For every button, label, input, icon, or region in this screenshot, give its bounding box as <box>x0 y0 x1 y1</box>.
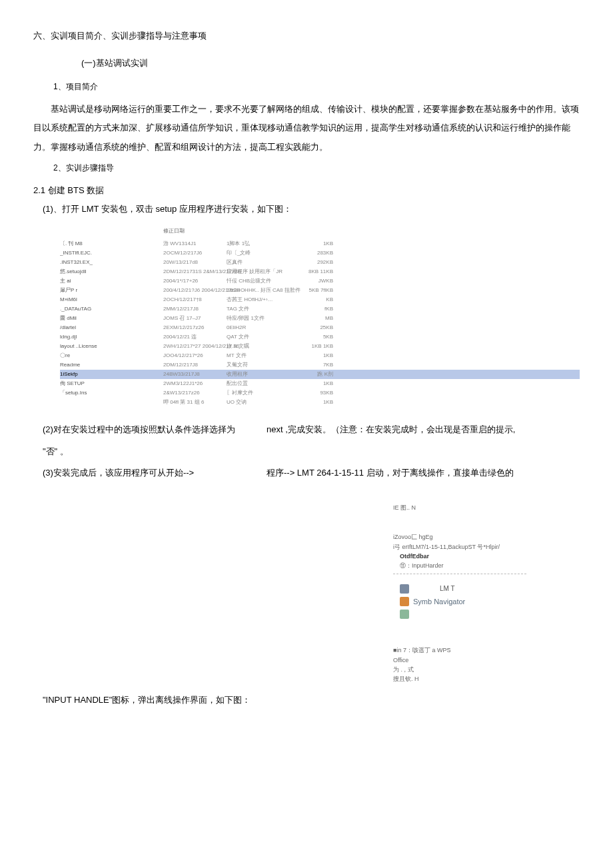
start-menu-bottom: ■in 7：咳遥丁 a WPS <box>393 646 580 655</box>
file-name: /dlartel <box>60 324 163 332</box>
menu-item-lmt: LM T <box>400 584 580 594</box>
file-type: 杏茜王 HOflHJ/+›… <box>227 296 300 304</box>
file-row: 圖 dMilJOMS 召 17–J7特应/卵园 1文件MB <box>60 314 580 323</box>
menu-item-blank <box>400 610 580 619</box>
intro-paragraph: 基站调试是移动网络运行的重要工作之一，要求不光要了解网络的组成、传输设计、模块的… <box>33 100 580 157</box>
menu-item-label: Symb Navigator <box>413 596 465 608</box>
start-menu-input-handler: ⑪：InputHarder <box>400 561 580 570</box>
file-size: 5KB <box>300 333 333 341</box>
step-2-left: (2)对在安装过程中的选项按照默认条件选择选择为 <box>43 420 267 440</box>
file-row: layout ..License2WH/12/217*27 2004/12/21… <box>60 342 580 351</box>
file-name <box>60 398 163 406</box>
file-size: 25KB <box>300 324 333 332</box>
file-row: /dlartel2EXM/12/217z260EliH2R25KB <box>60 323 580 332</box>
file-name: 〇re <box>60 352 163 360</box>
file-row: 1iSekfp24BW33/217J8收用租序跑 K剂 <box>60 370 580 379</box>
file-type: MT 文件 <box>227 352 300 360</box>
file-name: _INSTlfl.EJC. <box>60 249 163 257</box>
file-name: 悠.setuojdll <box>60 268 163 276</box>
file-type: 应用程序 妓用租序「JR <box>227 268 300 276</box>
file-size: 292KB <box>300 258 333 266</box>
start-menu-top: IE 图.. N <box>393 503 580 512</box>
file-name: Readme <box>60 361 163 369</box>
file-row: 悠.setuojdll2DM/12/21731S 2&M/13/217z28应用… <box>60 267 580 276</box>
divider <box>393 574 526 574</box>
file-row: 主 ai2004/1*/17+26忏佞 CHB总猿文件JWKB <box>60 276 580 286</box>
file-date: JOO4/12/217*26 <box>163 352 227 360</box>
file-type: TAG 文件 <box>227 305 300 313</box>
step-3-right: 程序--> LMT 264-1-15-11 启动，对于离线操作，直接单击绿色的 <box>267 464 580 483</box>
file-listing-header: 修正日期 <box>163 227 580 235</box>
file-type: 〖衬摩文件 <box>227 389 300 397</box>
file-row: ._DATAuTAG2MM/12/217J8TAG 文件fKB <box>60 304 580 314</box>
file-row: .INST32I.EX_20W/13/217d8区真件292KB <box>60 258 580 267</box>
file-type: 1脚本 1弘 <box>227 240 300 248</box>
step-1: (1)、打开 LMT 安装包，双击 setup 应用程序进行安装，如下图： <box>43 200 580 219</box>
start-menu-line: i弓 erIftLM7/1-15-11,BackupST 号*Hlpir/ <box>393 542 580 552</box>
file-name: 〔. 刊 M8 <box>60 240 163 248</box>
file-name: 主 ai <box>60 277 163 285</box>
file-size: KB <box>300 296 333 304</box>
file-listing-figure: 修正日期 〔. 刊 M8游 WV1314J11脚本 1弘1KB_INSTlfl.… <box>60 227 580 407</box>
file-size: fKB <box>300 305 333 313</box>
main-heading: 六、实训项目简介、实训步骤指导与注意事项 <box>33 27 580 46</box>
start-menu-bottom: Office <box>393 655 580 665</box>
file-date: 2WM3/122J1*26 <box>163 380 227 388</box>
file-date: 2&W13/217z26 <box>163 389 227 397</box>
file-date: 2DM/12/21731S 2&M/13/217z28 <box>163 268 227 276</box>
file-row: M»iM6l2OCH/12/217†8杏茜王 HOflHJ/+›…KB <box>60 295 580 304</box>
start-menu-bottom: 搜且钦. H <box>393 674 580 683</box>
menu-item-label: LM T <box>440 584 455 594</box>
file-date: 2WH/12/217*27 2004/12/217.26 <box>163 342 227 350</box>
file-size: 跑 K剂 <box>300 370 333 378</box>
menu-item-symb: Symb Navigator <box>400 596 580 608</box>
file-size: 93KB <box>300 389 333 397</box>
file-date: 2004/1*/17+26 <box>163 277 227 285</box>
app-icon <box>400 597 409 606</box>
step-3: (3)安装完成后，该应用程序可从开始--> 程序--> LMT 264-1-15… <box>43 464 580 483</box>
file-type: 又葡文苻 <box>227 361 300 369</box>
start-menu-line: iZovoo匚 hgEg <box>393 532 580 542</box>
file-row: 〔. 刊 M8游 WV1314J11脚本 1弘1KB <box>60 239 580 248</box>
file-date: 游 WV1314J1 <box>163 240 227 248</box>
file-date: 2004/12/21 连 <box>163 333 227 341</box>
file-size: 1KB <box>300 398 333 406</box>
file-date: 2EXM/12/217z26 <box>163 324 227 332</box>
file-size: MB <box>300 314 333 322</box>
file-size: 1KB <box>300 240 333 248</box>
file-type: 印〔_文峰 <box>227 249 300 257</box>
file-type: 1BSHOHHK.. 好压 CA8 扭脍件 <box>227 286 300 294</box>
file-date: 24BW33/217J8 <box>163 370 227 378</box>
file-date: 2MM/12/217J8 <box>163 305 227 313</box>
start-menu-bottom: 为 . , 式 <box>393 665 580 674</box>
file-name: layout ..License <box>60 342 163 350</box>
file-size: JWKB <box>300 277 333 285</box>
file-date: 200/4/12/21?J6 2004/12/21?z28 <box>163 286 227 294</box>
file-type: 区真件 <box>227 258 300 266</box>
file-size: 7KB <box>300 361 333 369</box>
file-type: QAT 文件 <box>227 333 300 341</box>
file-size: 1KB <box>300 352 333 360</box>
file-size: 283KB <box>300 249 333 257</box>
file-date: 2OCH/12/217†8 <box>163 296 227 304</box>
step-guide-heading: 2、实训步骤指导 <box>53 159 580 177</box>
start-menu-figure: IE 图.. N iZovoo匚 hgEg i弓 erIftLM7/1-15-1… <box>393 503 580 684</box>
file-size: 8KB 11KB <box>300 268 333 276</box>
step-3-left: (3)安装完成后，该应用程序可从开始--> <box>43 464 267 483</box>
file-name: 犀尸P r <box>60 286 163 294</box>
file-type: 配出位置 <box>227 380 300 388</box>
file-size: 5KB 7flKB <box>300 286 333 294</box>
file-row: _INSTlfl.EJC.2OCM/12/217J6印〔_文峰283KB <box>60 248 580 258</box>
file-name: ldng.djl <box>60 333 163 341</box>
file-type: 忏佞 CHB总猿文件 <box>227 277 300 285</box>
project-intro-heading: 1、项目简介 <box>53 78 580 95</box>
input-handle-note: "INPUT HANDLE"图标，弹出离线操作界面，如下图： <box>43 691 580 710</box>
file-date: JOMS 召 17–J7 <box>163 314 227 322</box>
file-row: 「setup.Ins2&W13/217z26〖衬摩文件93KB <box>60 388 580 398</box>
file-row: 呷 04fl 第 31 组 6UO 交讷1KB <box>60 398 580 407</box>
file-name: M»iM6l <box>60 296 163 304</box>
step-2: (2)对在安装过程中的选项按照默认条件选择选择为 next ,完成安装。（注意：… <box>43 420 580 440</box>
file-row: 〇reJOO4/12/217*26MT 文件1KB <box>60 351 580 360</box>
file-name: 佝 SETUP <box>60 380 163 388</box>
file-date: 呷 04fl 第 31 组 6 <box>163 398 227 406</box>
